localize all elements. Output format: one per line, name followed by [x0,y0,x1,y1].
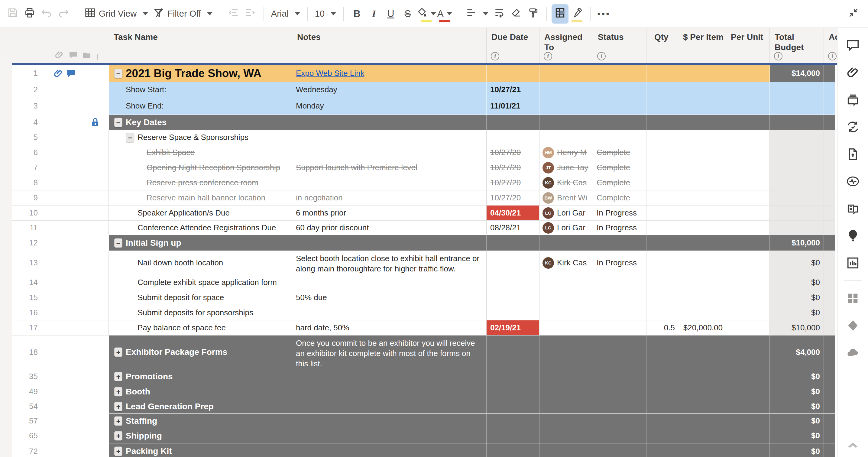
filter-button[interactable]: Filter Off [151,4,215,24]
row-number[interactable]: 65 [12,428,109,444]
cell-ac[interactable] [824,221,835,235]
cell-ac[interactable] [824,160,835,175]
row-number[interactable]: 3 [12,97,109,115]
indent-button[interactable] [242,4,259,24]
cell-per-unit[interactable] [726,97,770,115]
redo-button[interactable] [55,4,72,24]
cell-ac[interactable] [824,399,835,414]
lock-icon[interactable] [90,117,100,127]
bar-chart-icon[interactable] [843,253,863,273]
highlight-button[interactable] [568,4,585,24]
cell-per-unit[interactable] [726,221,770,235]
cell-qty[interactable] [647,97,678,115]
cell-due-date[interactable] [487,335,539,369]
cell-per-unit[interactable] [726,305,770,321]
wrap-text-button[interactable] [491,4,508,24]
row-number[interactable]: 17 [12,321,109,335]
row-number[interactable]: 16 [12,305,109,321]
cell-ac[interactable] [824,130,835,145]
cell-per-item[interactable] [678,82,726,97]
row-number[interactable]: 4 [12,115,109,130]
collapse-toolbar-button[interactable] [845,4,862,24]
cell-notes[interactable] [292,145,487,160]
expand-toggle-icon[interactable]: + [114,347,122,357]
row-number[interactable]: 13 [12,251,109,275]
cell-status[interactable] [593,399,647,414]
collapse-toggle-icon[interactable]: − [114,118,122,127]
cell-status[interactable]: In Progress [593,221,647,235]
row-number[interactable]: 15 [12,290,109,305]
cell-status[interactable]: In Progress [593,206,647,221]
cell-ac[interactable] [824,275,835,290]
clear-format-button[interactable] [508,4,525,24]
row-number[interactable]: 18 [12,335,109,369]
row-number[interactable]: 72 [12,444,109,457]
cell-notes[interactable]: Expo Web Site Link [292,65,487,82]
cell-total-budget[interactable] [770,130,824,145]
cell-ac[interactable] [824,305,835,321]
column-header-per-unit[interactable]: Per Unit [726,28,770,63]
print-button[interactable] [21,4,38,24]
cell-task[interactable]: −Key Dates [109,115,292,130]
cell-per-item[interactable] [678,275,726,290]
row-number[interactable]: 35 [12,369,109,384]
cell-due-date[interactable] [487,235,539,251]
cell-qty[interactable] [647,428,678,444]
row-number[interactable]: 54 [12,399,109,414]
cell-ac[interactable] [824,335,835,369]
comment-icon[interactable] [66,68,76,79]
cell-ac[interactable] [824,369,835,384]
cell-status[interactable] [593,369,647,384]
outdent-button[interactable] [225,4,242,24]
column-header-per-item[interactable]: $ Per Item [678,28,726,63]
cell-total-budget[interactable] [770,206,824,221]
cell-total-budget[interactable]: $0 [770,399,824,414]
info-icon[interactable]: i [597,52,606,60]
cell-due-date[interactable] [487,428,539,444]
cell-status[interactable] [593,444,647,457]
cell-status[interactable] [593,82,647,97]
cell-due-date[interactable] [487,369,539,384]
expand-toggle-icon[interactable]: + [114,402,122,411]
cell-assigned-to[interactable] [539,235,593,251]
column-header-notes[interactable]: Notes [292,28,487,63]
cell-notes[interactable]: 6 months prior [292,206,487,221]
cell-qty[interactable] [647,145,678,160]
info-icon[interactable]: i [491,52,499,60]
cell-task[interactable]: Exhibit Space [109,145,292,160]
cell-ac[interactable] [824,65,835,82]
cell-task[interactable]: Show End: [109,97,292,115]
cell-total-budget[interactable]: $0 [770,428,824,444]
balloon-icon[interactable] [843,226,863,245]
cell-qty[interactable] [647,414,678,428]
align-button[interactable] [463,4,491,24]
expand-toggle-icon[interactable]: + [114,387,122,396]
cell-total-budget[interactable] [770,82,824,97]
column-header-ac[interactable]: Aci [824,28,837,63]
cell-ac[interactable] [824,175,835,190]
expand-toggle-icon[interactable]: + [114,372,122,381]
cell-ac[interactable] [824,251,835,275]
cell-qty[interactable] [647,160,678,175]
cell-qty[interactable] [647,251,678,275]
save-button[interactable] [4,4,21,24]
cell-per-item[interactable] [678,335,726,369]
cell-due-date[interactable] [487,65,539,82]
collapse-toggle-icon[interactable]: − [126,133,134,142]
cell-total-budget[interactable] [770,175,824,190]
format-painter-button[interactable] [525,4,541,24]
cloud-icon[interactable] [843,343,863,362]
italic-button[interactable]: I [365,4,382,24]
row-number[interactable]: 5 [12,130,109,145]
cell-due-date[interactable]: 10/27/21 [487,82,539,97]
folder-column-icon[interactable] [82,50,92,61]
cell-qty[interactable] [647,206,678,221]
cell-per-unit[interactable] [726,115,770,130]
attachment-column-icon[interactable] [54,50,64,61]
row-number[interactable]: 10 [12,206,109,221]
cell-per-unit[interactable] [726,82,770,97]
cell-assigned-to[interactable]: KCKirk Cas [539,251,593,275]
cell-per-item[interactable]: $20,000.00 [678,321,726,335]
cell-notes[interactable]: Support launch with Premiere level [292,160,487,175]
cell-task[interactable]: −2021 Big Trade Show, WA [109,65,292,82]
